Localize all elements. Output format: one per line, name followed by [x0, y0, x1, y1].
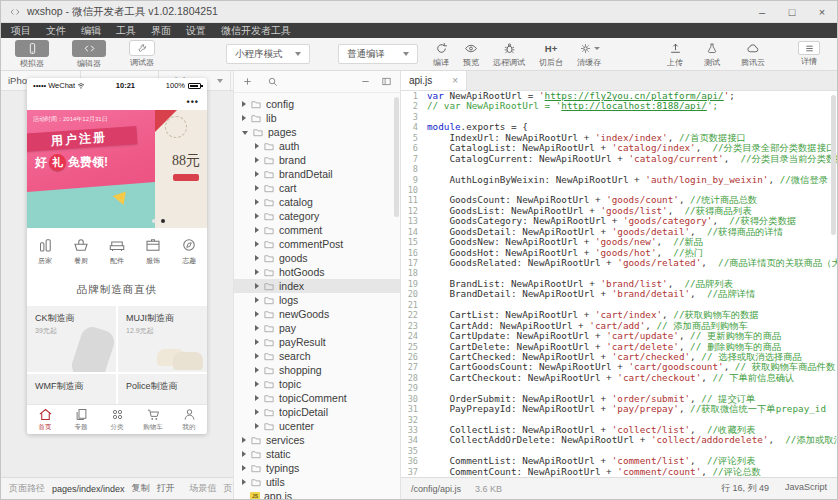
code-editor[interactable]: 1var NewApiRootUrl = 'https://fly2you.cn… — [401, 91, 837, 477]
search-icon[interactable] — [267, 76, 278, 87]
details-button[interactable]: 详情 — [798, 41, 820, 67]
tree-folder-index[interactable]: index — [234, 279, 400, 293]
category-accessories[interactable]: 配件 — [99, 236, 135, 266]
chevron-right-icon[interactable] — [242, 437, 246, 443]
menu-settings[interactable]: 设置 — [186, 24, 206, 38]
tree-folder-static[interactable]: static — [234, 447, 400, 461]
tree-folder-category[interactable]: category — [234, 209, 400, 223]
tree-scrollbar[interactable] — [394, 97, 399, 217]
category-hobby[interactable]: 志趣 — [171, 236, 207, 266]
tree-folder-pay[interactable]: pay — [234, 321, 400, 335]
chevron-right-icon[interactable] — [255, 171, 259, 177]
tree-folder-topic[interactable]: topic — [234, 377, 400, 391]
chevron-right-icon[interactable] — [255, 409, 259, 415]
chevron-right-icon[interactable] — [255, 199, 259, 205]
chevron-down-icon[interactable] — [242, 131, 248, 135]
tab-profile[interactable]: 我的 — [171, 405, 207, 434]
collapse-all-icon[interactable] — [360, 76, 371, 87]
tree-folder-auth[interactable]: auth — [234, 139, 400, 153]
tree-folder-comment[interactable]: comment — [234, 223, 400, 237]
tab-home[interactable]: 首页 — [27, 405, 63, 434]
chevron-right-icon[interactable] — [255, 367, 259, 373]
chevron-right-icon[interactable] — [242, 465, 246, 471]
mode-select[interactable]: 小程序模式 — [226, 44, 310, 64]
compile-select[interactable]: 普通编译 — [338, 44, 418, 64]
brand-card-muji[interactable]: MUJI制造商 12.9元起 — [118, 306, 207, 372]
editor-scrollbar[interactable] — [831, 95, 836, 235]
menu-file[interactable]: 文件 — [46, 24, 66, 38]
close-tab-icon[interactable]: × — [452, 75, 458, 86]
menu-devtools[interactable]: 微信开发者工具 — [221, 24, 291, 38]
tab-cart[interactable]: 购物车 — [135, 405, 171, 434]
tree-folder-lib[interactable]: lib — [234, 111, 400, 125]
chevron-right-icon[interactable] — [242, 115, 246, 121]
chevron-right-icon[interactable] — [255, 311, 259, 317]
chevron-right-icon[interactable] — [255, 255, 259, 261]
chevron-right-icon[interactable] — [255, 339, 259, 345]
tree-folder-topicDetail[interactable]: topicDetail — [234, 405, 400, 419]
chevron-right-icon[interactable] — [242, 101, 246, 107]
tab-api-js[interactable]: api.js × — [401, 71, 467, 90]
tree-folder-brand[interactable]: brand — [234, 153, 400, 167]
category-apparel[interactable]: 服饰 — [135, 236, 171, 266]
banner-slide-coupon[interactable]: 88元 — [155, 110, 207, 228]
brand-card-wmf[interactable]: WMF制造商 — [27, 374, 116, 404]
tree-folder-shopping[interactable]: shopping — [234, 363, 400, 377]
tree-folder-logs[interactable]: logs — [234, 293, 400, 307]
coupon-button[interactable] — [173, 174, 199, 181]
banner-carousel[interactable]: 活动时间：2014年12月31日 用户注册 好 礼 免费领! 88元 — [27, 110, 207, 228]
tree-folder-config[interactable]: config — [234, 97, 400, 111]
tab-category[interactable]: 分类 — [99, 405, 135, 434]
brand-card-police[interactable]: Police制造商 — [118, 374, 207, 404]
tree-folder-commentPost[interactable]: commentPost — [234, 237, 400, 251]
tree-folder-goods[interactable]: goods — [234, 251, 400, 265]
chevron-right-icon[interactable] — [255, 381, 259, 387]
language-mode[interactable]: JavaScript — [785, 482, 827, 495]
chevron-right-icon[interactable] — [255, 353, 259, 359]
preview-button[interactable]: 预览 — [463, 41, 479, 68]
page-params-button[interactable]: 页面参数 — [224, 482, 233, 495]
upload-button[interactable]: 上传 — [667, 41, 683, 68]
tree-folder-topicComment[interactable]: topicComment — [234, 391, 400, 405]
menu-tools[interactable]: 工具 — [116, 24, 136, 38]
tree-folder-newGoods[interactable]: newGoods — [234, 307, 400, 321]
tree-folder-services[interactable]: services — [234, 433, 400, 447]
close-button[interactable]: × — [807, 1, 837, 23]
tab-topics[interactable]: 专题 — [63, 405, 99, 434]
tree-folder-cart[interactable]: cart — [234, 181, 400, 195]
chevron-right-icon[interactable] — [255, 213, 259, 219]
brand-card-ck[interactable]: CK制造商 39元起 — [27, 306, 116, 372]
tree-folder-typings[interactable]: typings — [234, 461, 400, 475]
chevron-right-icon[interactable] — [255, 297, 259, 303]
chevron-right-icon[interactable] — [255, 395, 259, 401]
capsule-menu-dots[interactable]: ••• — [187, 97, 199, 107]
chevron-right-icon[interactable] — [242, 479, 246, 485]
chevron-right-icon[interactable] — [255, 269, 259, 275]
compile-button[interactable]: 编译 — [433, 41, 449, 68]
copy-path-link[interactable]: 复制 — [132, 482, 150, 495]
tree-folder-pages[interactable]: pages — [234, 125, 400, 139]
chevron-right-icon[interactable] — [255, 185, 259, 191]
toggle-panel-icon[interactable] — [381, 76, 392, 87]
tree-folder-payResult[interactable]: payResult — [234, 335, 400, 349]
debugger-button[interactable]: 调试器 — [129, 40, 155, 68]
category-kitchen[interactable]: 餐厨 — [63, 236, 99, 266]
tree-folder-utils[interactable]: utils — [234, 475, 400, 489]
category-home[interactable]: 居家 — [27, 236, 63, 266]
tree-folder-ucenter[interactable]: ucenter — [234, 419, 400, 433]
chevron-right-icon[interactable] — [242, 451, 246, 457]
banner-slide-register[interactable]: 活动时间：2014年12月31日 用户注册 好 礼 免费领! — [27, 110, 155, 228]
scene-value-button[interactable]: 场景值 — [190, 482, 217, 495]
chevron-right-icon[interactable] — [255, 283, 259, 289]
test-button[interactable]: 测试 — [704, 41, 720, 68]
tree-folder-catalog[interactable]: catalog — [234, 195, 400, 209]
editor-button[interactable]: 编辑器 — [72, 40, 106, 69]
menu-edit[interactable]: 编辑 — [81, 24, 101, 38]
remote-debug-button[interactable]: 远程调试 — [493, 41, 525, 68]
chevron-right-icon[interactable] — [255, 157, 259, 163]
tencent-cloud-button[interactable]: 腾讯云 — [741, 41, 765, 68]
tree-folder-hotGoods[interactable]: hotGoods — [234, 265, 400, 279]
tree-folder-search[interactable]: search — [234, 349, 400, 363]
open-path-link[interactable]: 打开 — [157, 482, 175, 495]
tree-file-app.js[interactable]: JSapp.js — [234, 489, 400, 499]
